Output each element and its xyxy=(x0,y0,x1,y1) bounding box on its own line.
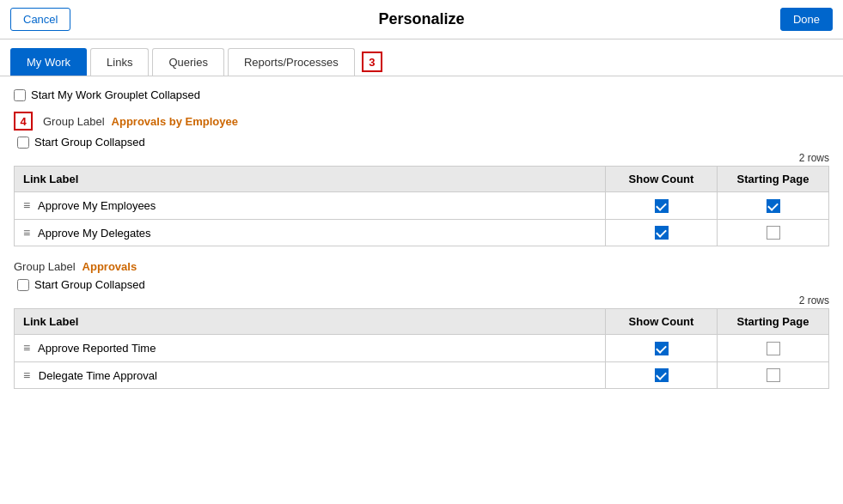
group2-label-text: Group Label xyxy=(14,260,76,273)
show-count-checkbox[interactable] xyxy=(655,226,669,240)
drag-icon: ≡ xyxy=(23,198,30,212)
group1-col-page: Starting Page xyxy=(718,167,829,192)
show-count-checkbox[interactable] xyxy=(655,199,669,213)
cancel-button[interactable]: Cancel xyxy=(10,8,70,31)
row-link-label: ≡ Approve My Delegates xyxy=(15,219,606,246)
row-link-label: ≡ Approve Reported Time xyxy=(15,335,606,362)
page-title: Personalize xyxy=(378,10,464,28)
group1-col-link: Link Label xyxy=(15,167,606,192)
group2-col-page: Starting Page xyxy=(718,309,829,335)
tab-queries[interactable]: Queries xyxy=(152,48,224,76)
group2-table: Link Label Show Count Starting Page ≡ Ap… xyxy=(14,308,829,389)
tab-badge-3[interactable]: 3 xyxy=(362,52,382,72)
row-show-count-cell xyxy=(606,335,718,362)
badge-4: 4 xyxy=(14,112,33,131)
drag-icon: ≡ xyxy=(23,226,30,240)
group2-label-row: Group Label Approvals xyxy=(14,260,829,273)
table-row: ≡ Approve Reported Time xyxy=(15,335,829,362)
group2-start-collapsed-checkbox[interactable] xyxy=(17,279,29,291)
tab-reports-processes[interactable]: Reports/Processes xyxy=(228,48,355,76)
starting-page-checkbox[interactable] xyxy=(767,368,780,382)
row-starting-page-cell xyxy=(718,219,829,246)
row-link-label: ≡ Delegate Time Approval xyxy=(15,361,606,389)
show-count-checkbox[interactable] xyxy=(655,368,669,382)
group2-label-name: Approvals xyxy=(82,260,137,273)
group1-col-count: Show Count xyxy=(606,167,718,192)
group1-rows-count: 2 rows xyxy=(14,152,829,164)
done-button[interactable]: Done xyxy=(780,8,833,31)
tabs-bar: My Work Links Queries Reports/Processes … xyxy=(0,39,843,76)
group2-start-collapsed-label: Start Group Collapsed xyxy=(34,278,145,291)
group-section-1: 4 Group Label Approvals by Employee Star… xyxy=(14,112,829,246)
group1-label-text: Group Label xyxy=(43,115,105,128)
group1-table: Link Label Show Count Starting Page ≡ Ap… xyxy=(14,166,829,246)
group2-start-collapsed-row: Start Group Collapsed xyxy=(17,278,829,291)
row-show-count-cell xyxy=(606,361,718,389)
starting-page-checkbox[interactable] xyxy=(767,342,780,355)
row-starting-page-cell xyxy=(718,192,829,220)
group1-label-row: 4 Group Label Approvals by Employee xyxy=(14,112,829,131)
row-starting-page-cell xyxy=(718,361,829,389)
group2-col-link: Link Label xyxy=(15,309,606,335)
group2-rows-count: 2 rows xyxy=(14,295,829,307)
starting-page-checkbox[interactable] xyxy=(767,199,780,213)
header: Cancel Personalize Done xyxy=(0,0,843,39)
tab-links[interactable]: Links xyxy=(90,48,149,76)
tab-my-work[interactable]: My Work xyxy=(10,48,87,76)
starting-page-checkbox[interactable] xyxy=(767,226,780,240)
table-row: ≡ Delegate Time Approval xyxy=(15,361,829,389)
drag-icon: ≡ xyxy=(23,341,30,355)
table-row: ≡ Approve My Delegates xyxy=(15,219,829,246)
show-count-checkbox[interactable] xyxy=(655,342,669,355)
start-grouplet-row: Start My Work Grouplet Collapsed xyxy=(14,88,829,101)
drag-icon: ≡ xyxy=(23,368,30,382)
start-grouplet-checkbox[interactable] xyxy=(14,89,26,101)
content-area: Start My Work Grouplet Collapsed 4 Group… xyxy=(0,76,843,501)
group1-start-collapsed-row: Start Group Collapsed xyxy=(17,136,829,149)
row-starting-page-cell xyxy=(718,335,829,362)
row-link-label: ≡ Approve My Employees xyxy=(15,192,606,220)
table-row: ≡ Approve My Employees xyxy=(15,192,829,220)
group-section-2: Group Label Approvals Start Group Collap… xyxy=(14,260,829,389)
group2-col-count: Show Count xyxy=(606,309,718,335)
row-show-count-cell xyxy=(606,219,718,246)
group1-start-collapsed-checkbox[interactable] xyxy=(17,137,29,149)
row-show-count-cell xyxy=(606,192,718,220)
group1-label-name: Approvals by Employee xyxy=(112,115,238,128)
group1-start-collapsed-label: Start Group Collapsed xyxy=(34,136,145,149)
start-grouplet-label: Start My Work Grouplet Collapsed xyxy=(31,88,200,101)
